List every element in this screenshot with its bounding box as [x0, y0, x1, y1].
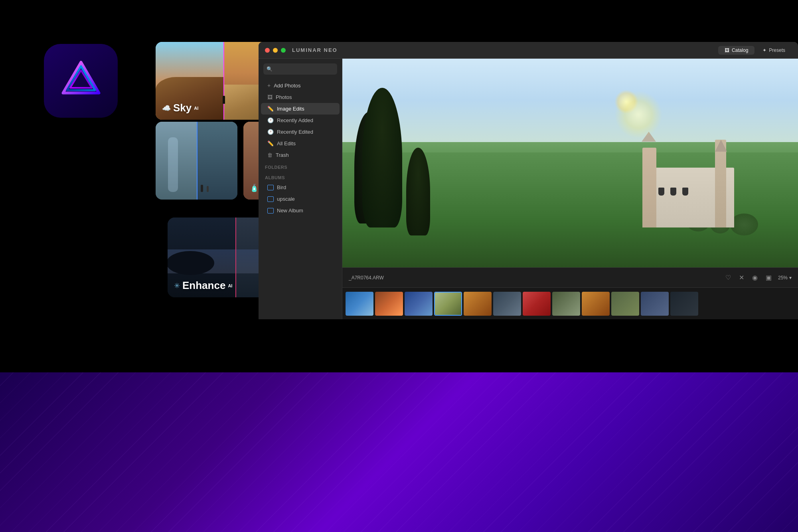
search-bar[interactable]: 🔍 — [263, 63, 337, 75]
filmstrip-thumb-1[interactable] — [346, 292, 373, 316]
thumb-image-9 — [582, 292, 610, 316]
recently-added-icon: 🕐 — [267, 117, 274, 123]
thumb-image-6 — [493, 292, 521, 316]
sidebar-item-all-edits[interactable]: ✏️ All Edits — [261, 138, 340, 149]
filmstrip-thumb-6[interactable] — [493, 292, 521, 316]
add-photos-button[interactable]: + Add Photos — [261, 79, 340, 91]
thumb-image-1 — [346, 292, 373, 316]
sidebar-item-image-edits[interactable]: ✏️ Image Edits — [261, 103, 340, 115]
waterfall-card[interactable] — [156, 122, 237, 200]
thumb-image-2 — [375, 292, 403, 316]
filmstrip-thumb-9[interactable] — [582, 292, 610, 316]
sidebar-item-recently-added[interactable]: 🕐 Recently Added — [261, 115, 340, 126]
photos-icon: 🖼 — [267, 94, 273, 100]
sidebar: 🔍 + Add Photos 🖼 Photos ✏️ Image Edits 🕐… — [259, 59, 342, 319]
presets-tab[interactable]: ✦ Presets — [756, 46, 792, 55]
maximize-button[interactable] — [281, 48, 286, 53]
sidebar-item-recently-edited[interactable]: 🕐 Recently Edited — [261, 126, 340, 138]
window-controls — [265, 48, 286, 53]
app-icon — [44, 44, 118, 118]
nav-tabs: 🖼 Catalog ✦ Presets — [718, 46, 792, 55]
heart-button[interactable]: ♡ — [724, 272, 733, 283]
compare-button[interactable]: ▣ — [764, 272, 773, 283]
filmstrip-thumb-11[interactable] — [641, 292, 669, 316]
all-edits-icon: ✏️ — [267, 140, 274, 146]
catalog-tab[interactable]: 🖼 Catalog — [718, 46, 755, 55]
skin-icon: 🧴 — [250, 184, 259, 192]
close-button[interactable] — [265, 48, 270, 53]
background-gradient — [0, 372, 798, 532]
presets-icon: ✦ — [762, 47, 766, 53]
filmstrip-thumb-3[interactable] — [405, 292, 433, 316]
remove-button[interactable]: ✕ — [737, 272, 746, 283]
app-window: LUMINAR NEO 🖼 Catalog ✦ Presets 🔍 + Add … — [259, 42, 798, 319]
filmstrip-thumb-2[interactable] — [375, 292, 403, 316]
zoom-control[interactable]: 25% ▾ — [778, 275, 792, 281]
sidebar-item-photos[interactable]: 🖼 Photos — [261, 91, 340, 103]
search-icon: 🔍 — [267, 66, 273, 72]
album-icon-new — [267, 208, 274, 214]
photo-toolbar: _A7R0764.ARW ♡ ✕ ◉ ▣ 25% ▾ — [342, 267, 798, 287]
castle-photo — [342, 59, 798, 267]
filmstrip-thumb-8[interactable] — [552, 292, 580, 316]
enhance-icon: ✳ — [174, 281, 180, 290]
filmstrip-thumb-12[interactable] — [670, 292, 698, 316]
sky-split-line — [223, 42, 224, 120]
trash-icon: 🗑 — [267, 152, 273, 158]
thumb-image-10 — [611, 292, 639, 316]
filmstrip-thumb-5[interactable] — [464, 292, 492, 316]
view-button[interactable]: ◉ — [751, 272, 759, 283]
sidebar-item-upscale-album[interactable]: upscale — [261, 193, 340, 205]
enhance-label: ✳ EnhanceAI — [174, 279, 232, 292]
sky-label: ☁️ SkyAI — [162, 102, 198, 114]
album-icon — [267, 185, 274, 190]
filmstrip — [342, 287, 798, 319]
filmstrip-thumb-4[interactable] — [434, 292, 462, 316]
title-bar: LUMINAR NEO 🖼 Catalog ✦ Presets — [259, 42, 798, 59]
thumb-image-8 — [552, 292, 580, 316]
filmstrip-thumb-7[interactable] — [523, 292, 551, 316]
thumb-image-11 — [641, 292, 669, 316]
catalog-icon: 🖼 — [725, 47, 729, 53]
sidebar-item-bird-album[interactable]: Bird — [261, 182, 340, 193]
thumb-image-7 — [523, 292, 551, 316]
sidebar-item-new-album[interactable]: New Album — [261, 205, 340, 216]
album-icon-upscale — [267, 196, 274, 202]
app-content: 🔍 + Add Photos 🖼 Photos ✏️ Image Edits 🕐… — [259, 59, 798, 319]
photo-main-area: _A7R0764.ARW ♡ ✕ ◉ ▣ 25% ▾ — [342, 59, 798, 319]
minimize-button[interactable] — [273, 48, 278, 53]
filmstrip-thumb-10[interactable] — [611, 292, 639, 316]
photo-filename: _A7R0764.ARW — [349, 275, 384, 281]
thumb-image-4 — [435, 293, 461, 315]
albums-section-label: Albums — [259, 171, 342, 182]
thumb-image-5 — [464, 292, 492, 316]
add-icon: + — [267, 82, 271, 89]
app-title: LUMINAR NEO — [292, 47, 338, 53]
folders-section-label: Folders — [259, 161, 342, 171]
sidebar-item-trash[interactable]: 🗑 Trash — [261, 149, 340, 161]
photo-display — [342, 59, 798, 267]
thumb-image-3 — [405, 292, 433, 316]
sky-icon: ☁️ — [162, 104, 171, 113]
image-edits-icon: ✏️ — [267, 106, 274, 112]
recently-edited-icon: 🕐 — [267, 129, 274, 135]
thumb-image-12 — [670, 292, 698, 316]
